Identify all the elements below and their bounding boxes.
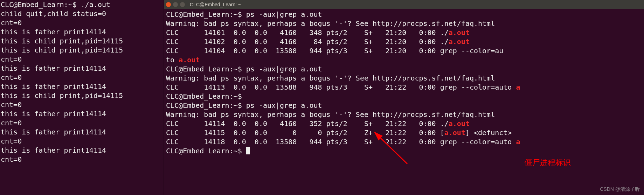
- terminal-text: to: [166, 56, 179, 64]
- terminal-text: this is father print14114: [1, 28, 106, 36]
- terminal-line: CLC 14102 0.0 0.0 4160 84 pts/2 S+ 21:20…: [166, 37, 642, 46]
- terminal-line: Warning: bad ps syntax, perhaps a bogus …: [166, 74, 642, 83]
- terminal-text: CLC 14114 0.0 0.0 4160 352 pts/2 S+ 21:2…: [166, 119, 449, 128]
- terminal-line: CLC 14101 0.0 0.0 4160 348 pts/2 S+ 21:2…: [166, 28, 642, 37]
- terminal-text: this is child print,pid=14115: [1, 46, 123, 54]
- terminal-text: CLC@Embed_Learn:~$ ps -aux|grep a.out: [166, 10, 322, 19]
- terminal-text: a: [516, 138, 520, 146]
- right-terminal-window: CLC@Embed_Learn: ~ CLC@Embed_Learn:~$ ps…: [163, 0, 644, 195]
- watermark: CSDN @清源子昕: [600, 184, 640, 194]
- terminal-line: this is father print14114: [1, 27, 163, 36]
- close-icon[interactable]: [166, 2, 171, 7]
- window-titlebar[interactable]: CLC@Embed_Learn: ~: [164, 0, 644, 9]
- terminal-text: this is father print14114: [1, 82, 106, 91]
- terminal-line: cnt=0: [1, 100, 163, 109]
- annotation-text: 僵尸进程标识: [525, 158, 571, 167]
- terminal-text: CLC@Embed_Learn:~$: [166, 92, 246, 100]
- terminal-line: CLC 14118 0.0 0.0 13588 944 pts/3 S+ 21:…: [166, 137, 642, 146]
- terminal-line: cnt=0: [1, 118, 163, 127]
- left-terminal[interactable]: CLC@Embed_Learn:~$ ./a.outchild quit,chi…: [0, 0, 163, 195]
- terminal-line: this is child print,pid=14115: [1, 36, 163, 46]
- terminal-line: cnt=0: [1, 155, 163, 164]
- terminal-line: to a.out: [166, 55, 642, 64]
- terminal-line: cnt=0: [1, 55, 163, 64]
- terminal-text: this is father print14114: [1, 146, 106, 154]
- terminal-text: cnt=0: [1, 73, 22, 82]
- cursor-icon: [246, 147, 250, 154]
- terminal-text: a.out: [449, 37, 470, 46]
- terminal-text: cnt=0: [1, 100, 22, 109]
- terminal-line: this is father print14114: [1, 82, 163, 91]
- terminal-text: Warning: bad ps syntax, perhaps a bogus …: [166, 74, 495, 82]
- terminal-text: ] <defunct>: [465, 128, 512, 137]
- terminal-line: this is father print14114: [1, 146, 163, 155]
- terminal-line: CLC 14104 0.0 0.0 13588 944 pts/3 S+ 21:…: [166, 46, 642, 55]
- terminal-text: CLC@Embed_Learn:~$ ./a.out: [1, 0, 110, 9]
- terminal-text: this is father print14114: [1, 64, 106, 72]
- terminal-text: cnt=0: [1, 137, 22, 145]
- terminal-text: a.out: [444, 128, 465, 137]
- terminal-text: a.out: [449, 28, 470, 37]
- terminal-line: CLC@Embed_Learn:~$ ps -aux|grep a.out: [166, 64, 642, 74]
- terminal-text: this is father print14114: [1, 128, 106, 136]
- maximize-icon[interactable]: [180, 2, 185, 7]
- terminal-line: CLC 14115 0.0 0.0 0 0 pts/2 Z+ 21:22 0:0…: [166, 128, 642, 137]
- terminal-line: Warning: bad ps syntax, perhaps a bogus …: [166, 19, 642, 28]
- terminal-line: this is child print,pid=14115: [1, 91, 163, 100]
- terminal-line: CLC 14113 0.0 0.0 13588 948 pts/3 S+ 21:…: [166, 83, 642, 92]
- terminal-line: CLC@Embed_Learn:~$ ps -aux|grep a.out: [166, 10, 642, 19]
- terminal-text: CLC@Embed_Learn:~$ ps -aux|grep a.out: [166, 101, 322, 110]
- terminal-text: a.out: [449, 119, 470, 128]
- terminal-line: cnt=0: [1, 18, 163, 27]
- terminal-text: CLC 14113 0.0 0.0 13588 948 pts/3 S+ 21:…: [166, 83, 516, 91]
- terminal-line: CLC@Embed_Learn:~$: [166, 92, 642, 101]
- terminal-text: cnt=0: [1, 155, 22, 163]
- terminal-text: Warning: bad ps syntax, perhaps a bogus …: [166, 110, 495, 119]
- terminal-text: CLC 14118 0.0 0.0 13588 944 pts/3 S+ 21:…: [166, 138, 516, 146]
- terminal-text: this is child print,pid=14115: [1, 91, 123, 100]
- terminal-line: this is child print,pid=14115: [1, 46, 163, 55]
- window-title: CLC@Embed_Learn: ~: [190, 0, 241, 9]
- terminal-text: CLC 14102 0.0 0.0 4160 84 pts/2 S+ 21:20…: [166, 37, 449, 46]
- terminal-text: cnt=0: [1, 55, 22, 63]
- terminal-text: CLC 14104 0.0 0.0 13588 944 pts/3 S+ 21:…: [166, 47, 503, 55]
- terminal-text: cnt=0: [1, 119, 22, 127]
- terminal-text: a.out: [179, 56, 200, 64]
- terminal-text: this is father print14114: [1, 110, 106, 118]
- terminal-text: cnt=0: [1, 19, 22, 27]
- terminal-text: this is child print,pid=14115: [1, 37, 123, 45]
- terminal-line: CLC@Embed_Learn:~$: [166, 146, 642, 155]
- terminal-text: a: [516, 83, 520, 91]
- terminal-line: CLC@Embed_Learn:~$ ps -aux|grep a.out: [166, 101, 642, 110]
- terminal-text: CLC@Embed_Learn:~$: [166, 147, 246, 155]
- terminal-line: cnt=0: [1, 73, 163, 82]
- right-terminal[interactable]: CLC@Embed_Learn:~$ ps -aux|grep a.outWar…: [164, 9, 644, 155]
- terminal-line: this is father print14114: [1, 127, 163, 137]
- terminal-text: Warning: bad ps syntax, perhaps a bogus …: [166, 19, 495, 28]
- terminal-line: Warning: bad ps syntax, perhaps a bogus …: [166, 110, 642, 119]
- terminal-line: CLC 14114 0.0 0.0 4160 352 pts/2 S+ 21:2…: [166, 119, 642, 128]
- terminal-line: cnt=0: [1, 137, 163, 146]
- terminal-line: this is father print14114: [1, 109, 163, 118]
- minimize-icon[interactable]: [173, 2, 178, 7]
- terminal-line: child quit,child status=0: [1, 9, 163, 18]
- terminal-line: CLC@Embed_Learn:~$ ./a.out: [1, 0, 163, 9]
- terminal-text: CLC 14101 0.0 0.0 4160 348 pts/2 S+ 21:2…: [166, 28, 449, 37]
- terminal-text: CLC@Embed_Learn:~$ ps -aux|grep a.out: [166, 65, 322, 73]
- terminal-text: CLC 14115 0.0 0.0 0 0 pts/2 Z+ 21:22 0:0…: [166, 128, 444, 137]
- terminal-text: child quit,child status=0: [1, 9, 106, 18]
- terminal-line: this is father print14114: [1, 64, 163, 73]
